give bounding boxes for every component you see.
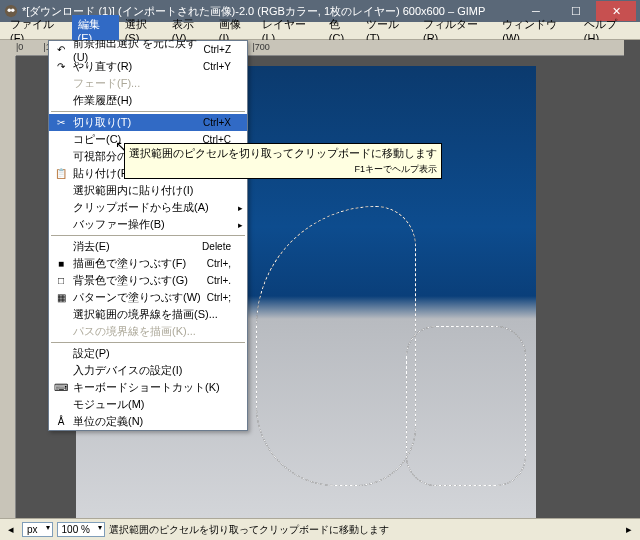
submenu-arrow-icon: ▸ (238, 203, 243, 213)
menu-separator (51, 342, 245, 343)
submenu-arrow-icon: ▸ (238, 220, 243, 230)
menu-item[interactable]: 選択範囲内に貼り付け(I) (49, 182, 247, 199)
menu-item-label: 切り取り(T) (73, 115, 203, 130)
menu-item[interactable]: ■描画色で塗りつぶす(F)Ctrl+, (49, 255, 247, 272)
menu-item-label: 消去(E) (73, 239, 202, 254)
menu-item-label: 背景色で塗りつぶす(G) (73, 273, 207, 288)
gimp-window: *[ダウンロード (1)] (インポートされた画像)-2.0 (RGBカラー, … (0, 0, 640, 540)
menu-item-label: モジュール(M) (73, 397, 231, 412)
status-message: 選択範囲のピクセルを切り取ってクリップボードに移動します (109, 523, 618, 537)
menu-item-label: バッファー操作(B) (73, 217, 231, 232)
menu-item-label: やり直す(R) (73, 59, 203, 74)
menu-item-shortcut: Ctrl+Z (204, 44, 232, 55)
menu-item-icon: ↶ (53, 42, 69, 58)
menu-item[interactable]: モジュール(M) (49, 396, 247, 413)
menu-item-icon: 📋 (53, 166, 69, 182)
zoom-select[interactable]: 100 % (57, 522, 105, 537)
menu-item-icon (53, 363, 69, 379)
menu-item-icon (53, 307, 69, 323)
menu-item-icon (53, 183, 69, 199)
menu-item-shortcut: Ctrl+X (203, 117, 231, 128)
tooltip-text: 選択範囲のピクセルを切り取ってクリップボードに移動します (129, 146, 437, 161)
menu-item-shortcut: Delete (202, 241, 231, 252)
nav-right-icon[interactable]: ▸ (622, 523, 636, 536)
menu-item-icon (53, 93, 69, 109)
svg-point-1 (8, 8, 12, 12)
menu-item-icon (53, 149, 69, 165)
menu-item-label: フェード(F)... (73, 76, 231, 91)
menu-item[interactable]: 入力デバイスの設定(I) (49, 362, 247, 379)
menu-item-label: 選択範囲の境界線を描画(S)... (73, 307, 231, 322)
menu-item-icon (53, 217, 69, 233)
menu-item-label: パスの境界線を描画(K)... (73, 324, 231, 339)
menubar: ファイル(F) 編集(E) 選択(S) 表示(V) 画像(I) レイヤー(L) … (0, 22, 640, 40)
menu-item-label: 入力デバイスの設定(I) (73, 363, 231, 378)
ruler-vertical[interactable] (0, 56, 16, 518)
menu-item-icon (53, 346, 69, 362)
menu-item-icon (53, 76, 69, 92)
menu-item-label: 単位の定義(N) (73, 414, 231, 429)
menu-item-label: クリップボードから生成(A) (73, 200, 231, 215)
menu-item-icon (53, 239, 69, 255)
menu-item-icon (53, 132, 69, 148)
menu-item-label: 設定(P) (73, 346, 231, 361)
menu-item-shortcut: Ctrl+; (207, 292, 231, 303)
menu-separator (51, 235, 245, 236)
menu-item[interactable]: クリップボードから生成(A)▸ (49, 199, 247, 216)
menu-item[interactable]: □背景色で塗りつぶす(G)Ctrl+. (49, 272, 247, 289)
unit-select[interactable]: px (22, 522, 53, 537)
menu-item[interactable]: フェード(F)... (49, 75, 247, 92)
menu-item[interactable]: 設定(P) (49, 345, 247, 362)
menu-item[interactable]: ▦パターンで塗りつぶす(W)Ctrl+; (49, 289, 247, 306)
menu-item[interactable]: ↶前景抽出選択 を元に戻す(U)Ctrl+Z (49, 41, 247, 58)
nav-left-icon[interactable]: ◂ (4, 523, 18, 536)
ruler-corner (0, 40, 16, 56)
menu-item[interactable]: ⌨キーボードショートカット(K) (49, 379, 247, 396)
menu-item[interactable]: 選択範囲の境界線を描画(S)... (49, 306, 247, 323)
menu-item-icon (53, 200, 69, 216)
menu-item[interactable]: 作業履歴(H) (49, 92, 247, 109)
menu-item-icon: ↷ (53, 59, 69, 75)
tooltip: 選択範囲のピクセルを切り取ってクリップボードに移動します F1キーでヘルプ表示 (124, 143, 442, 179)
menu-item-icon: ✂ (53, 115, 69, 131)
menu-item[interactable]: ✂切り取り(T)Ctrl+X (49, 114, 247, 131)
selection-marquee (406, 326, 526, 486)
menu-item-icon: □ (53, 273, 69, 289)
menu-item-label: 描画色で塗りつぶす(F) (73, 256, 207, 271)
menu-item-shortcut: Ctrl+. (207, 275, 231, 286)
svg-point-2 (11, 8, 15, 12)
menu-item-icon: Å (53, 414, 69, 430)
menu-item-icon: ■ (53, 256, 69, 272)
menu-item-icon: ⌨ (53, 380, 69, 396)
menu-item-shortcut: Ctrl+, (207, 258, 231, 269)
menu-item[interactable]: Å単位の定義(N) (49, 413, 247, 430)
menu-item-label: パターンで塗りつぶす(W) (73, 290, 207, 305)
menu-item-shortcut: Ctrl+Y (203, 61, 231, 72)
menu-item-icon (53, 324, 69, 340)
menu-item[interactable]: バッファー操作(B)▸ (49, 216, 247, 233)
menu-item[interactable]: パスの境界線を描画(K)... (49, 323, 247, 340)
selection-marquee (256, 206, 416, 486)
menu-item[interactable]: ↷やり直す(R)Ctrl+Y (49, 58, 247, 75)
menu-separator (51, 111, 245, 112)
menu-item-icon: ▦ (53, 290, 69, 306)
menu-item-icon (53, 397, 69, 413)
workspace: ↶前景抽出選択 を元に戻す(U)Ctrl+Z↷やり直す(R)Ctrl+Yフェード… (0, 40, 640, 518)
menu-item[interactable]: 消去(E)Delete (49, 238, 247, 255)
menu-item-label: 作業履歴(H) (73, 93, 231, 108)
menu-item-label: 選択範囲内に貼り付け(I) (73, 183, 231, 198)
edit-dropdown: ↶前景抽出選択 を元に戻す(U)Ctrl+Z↷やり直す(R)Ctrl+Yフェード… (48, 40, 248, 431)
tooltip-help: F1キーでヘルプ表示 (129, 163, 437, 176)
statusbar: ◂ px 100 % 選択範囲のピクセルを切り取ってクリップボードに移動します … (0, 518, 640, 540)
menu-item-label: キーボードショートカット(K) (73, 380, 231, 395)
